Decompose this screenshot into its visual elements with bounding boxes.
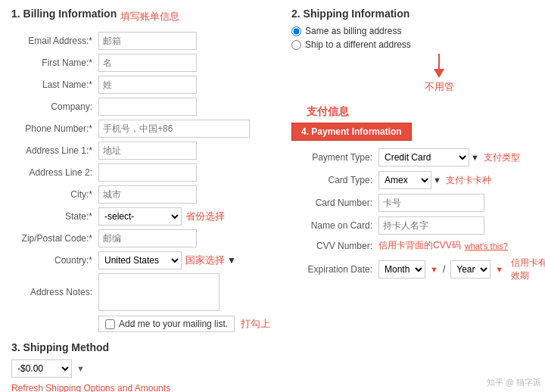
country-annotation: 国家选择 <box>185 254 225 267</box>
expiry-label: Expiration Date: <box>291 264 378 275</box>
card-type-row: Card Type: Amex ▼ 支付卡卡种 <box>291 171 545 189</box>
cvv-label: CVV Number: <box>291 241 378 251</box>
card-number-row: Card Number: <box>291 194 545 212</box>
expiry-year-select[interactable]: Year <box>450 260 490 278</box>
firstname-input[interactable] <box>98 54 197 72</box>
different-address-label: Ship to a different address <box>305 39 411 50</box>
mailing-row: Add me to your mailing list. 打勾上 <box>98 316 276 332</box>
card-number-input[interactable] <box>378 194 484 212</box>
city-input[interactable] <box>98 185 197 204</box>
lastname-input[interactable] <box>98 76 197 94</box>
address1-label: Address Line 1:* <box>11 145 98 156</box>
phone-input[interactable] <box>98 120 250 138</box>
phone-row: Phone Number:* <box>11 120 276 138</box>
billing-title: 1. Billing Information <box>11 8 117 20</box>
same-address-row: Same as billing address <box>291 26 545 36</box>
email-row: Email Address:* <box>11 32 276 50</box>
payment-type-select[interactable]: Credit Card <box>378 148 469 166</box>
shipping-annotation-container: 不用管 <box>322 54 545 94</box>
country-select[interactable]: United States <box>98 251 182 269</box>
lastname-label: Last Name:* <box>11 79 98 90</box>
city-row: City:* <box>11 185 276 204</box>
shipping-arrow-line <box>438 54 440 69</box>
expiry-row: Expiration Date: Month ▼ / Year ▼ 信用卡有效期 <box>291 257 545 282</box>
shipping-arrow-down-icon <box>434 69 444 78</box>
payment-type-row: Payment Type: Credit Card ▼ 支付类型 <box>291 148 545 166</box>
expiry-month-select[interactable]: Month <box>378 260 425 278</box>
notes-row: Address Notes: <box>11 273 276 311</box>
state-row: State:* -select- 省份选择 <box>11 207 276 226</box>
address2-label: Address Line 2: <box>11 167 98 178</box>
email-label: Email Address:* <box>11 36 98 46</box>
whats-this-link[interactable]: what's this? <box>465 241 508 250</box>
watermark: 知乎 @ 猫字派 <box>487 377 541 388</box>
mailing-annotation: 打勾上 <box>241 317 270 331</box>
state-select[interactable]: -select- <box>98 207 182 226</box>
address1-row: Address Line 1:* <box>11 142 276 160</box>
card-type-label: Card Type: <box>291 175 378 185</box>
shipping-method-section: 3. Shipping Method -$0.00 ▼ Refresh Ship… <box>11 341 276 392</box>
address1-input[interactable] <box>98 142 197 160</box>
firstname-row: First Name:* <box>11 54 276 72</box>
refresh-row: Refresh Shipping Options and Amounts <box>11 382 276 392</box>
payment-section: 支付信息 4. Payment Information Payment Type… <box>291 105 545 282</box>
payment-type-label: Payment Type: <box>291 152 378 163</box>
card-type-select[interactable]: Amex <box>378 171 431 189</box>
notes-input[interactable] <box>98 273 220 311</box>
shipping-annotation: 不用管 <box>425 80 454 94</box>
shipping-info-title: 2. Shipping Information <box>291 8 545 20</box>
expiry-annotation: 信用卡有效期 <box>511 257 545 282</box>
different-address-radio[interactable] <box>291 40 301 50</box>
company-label: Company: <box>11 101 98 112</box>
cvv-placeholder-text: 信用卡背面的CVV码 <box>378 239 461 252</box>
payment-header-annotation: 支付信息 <box>307 105 349 119</box>
zip-label: Zip/Postal Code:* <box>11 233 98 244</box>
payment-type-annotation: 支付类型 <box>484 151 520 164</box>
shipping-info-section: 2. Shipping Information Same as billing … <box>291 8 545 94</box>
phone-label: Phone Number:* <box>11 123 98 134</box>
cvv-row: CVV Number: 信用卡背面的CVV码 what's this? <box>291 239 545 252</box>
address2-row: Address Line 2: <box>11 163 276 182</box>
notes-label: Address Notes: <box>11 287 98 297</box>
different-address-row: Ship to a different address <box>291 39 545 50</box>
mailing-box[interactable]: Add me to your mailing list. <box>98 316 235 332</box>
zip-input[interactable] <box>98 229 197 247</box>
company-input[interactable] <box>98 98 197 116</box>
mailing-label: Add me to your mailing list. <box>119 319 228 329</box>
expiry-selects: Month ▼ / Year ▼ 信用卡有效期 <box>378 257 545 282</box>
country-label: Country:* <box>11 255 98 266</box>
mailing-checkbox[interactable] <box>105 319 115 329</box>
shipping-method-select[interactable]: -$0.00 <box>11 359 72 378</box>
city-label: City:* <box>11 189 98 200</box>
shipping-method-title: 3. Shipping Method <box>11 341 276 353</box>
zip-row: Zip/Postal Code:* <box>11 229 276 247</box>
card-type-annotation: 支付卡卡种 <box>446 174 491 187</box>
billing-subtitle: 填写账单信息 <box>120 10 179 23</box>
country-row: Country:* United States 国家选择 ▼ <box>11 251 276 269</box>
company-row: Company: <box>11 98 276 116</box>
same-address-radio[interactable] <box>291 26 301 36</box>
shipping-select-row: -$0.00 ▼ <box>11 359 276 378</box>
lastname-row: Last Name:* <box>11 76 276 94</box>
firstname-label: First Name:* <box>11 58 98 68</box>
name-on-card-label: Name on Card: <box>291 220 378 231</box>
state-label: State:* <box>11 211 98 222</box>
state-annotation: 省份选择 <box>185 210 225 223</box>
name-on-card-row: Name on Card: <box>291 216 545 235</box>
email-input[interactable] <box>98 32 197 50</box>
card-number-label: Card Number: <box>291 198 378 208</box>
refresh-link[interactable]: Refresh Shipping Options and Amounts <box>11 383 170 392</box>
payment-tab[interactable]: 4. Payment Information <box>291 123 412 141</box>
same-address-label: Same as billing address <box>305 26 401 36</box>
name-on-card-input[interactable] <box>378 216 484 235</box>
address2-input[interactable] <box>98 163 197 182</box>
